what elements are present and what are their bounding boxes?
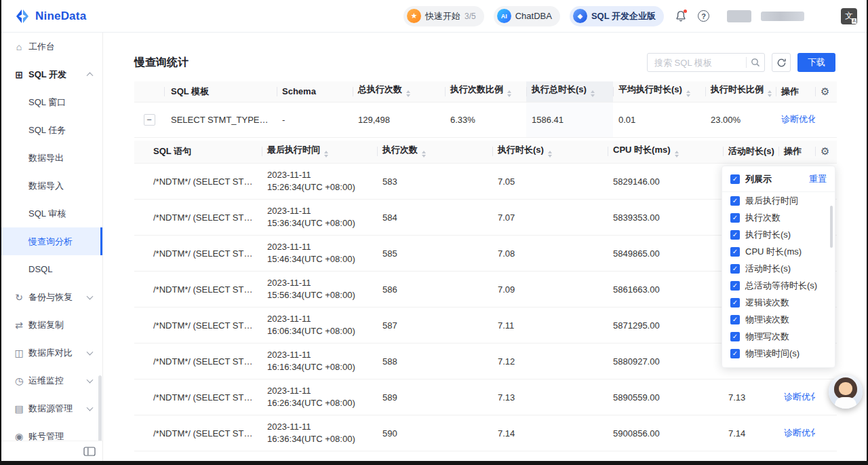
notification-bell-icon[interactable]	[673, 9, 688, 24]
diagnose-optimize-link[interactable]: 诊断优化	[784, 392, 815, 402]
checkbox-checked-icon[interactable]	[730, 332, 740, 341]
sidebar-item-sql-window[interactable]: SQL 窗口	[1, 88, 102, 116]
sort-icon[interactable]	[324, 149, 328, 160]
sidebar-item-label: SQL 开发	[28, 69, 66, 81]
sql-statement-cell: /*NDTM*/ (SELECT STMT_...	[134, 415, 262, 451]
data-replication-icon: ⇄	[14, 320, 24, 331]
sort-icon[interactable]	[406, 88, 410, 99]
checkbox-checked-icon[interactable]	[730, 196, 740, 206]
checkbox-checked-icon[interactable]	[730, 174, 740, 184]
exec-count-cell: 589	[377, 379, 492, 415]
sidebar-item-sql-dev[interactable]: ⊞ SQL 开发	[1, 60, 102, 88]
column-option[interactable]: 逻辑读次数	[722, 294, 835, 311]
sidebar-item-sql-review[interactable]: SQL 审核	[1, 200, 102, 227]
column-option[interactable]: 活动时长(s)	[722, 260, 835, 277]
sort-icon[interactable]	[422, 149, 426, 160]
sql-statement-cell: /*NDTM*/ (SELECT STMT_...	[134, 308, 262, 343]
search-input[interactable]	[647, 53, 765, 72]
column-option-list: 最后执行时间 执行次数 执行时长(s)	[722, 192, 835, 362]
sidebar-item-sql-task[interactable]: SQL 任务	[1, 116, 102, 144]
column-option[interactable]: 执行时长(s)	[722, 226, 835, 243]
sidebar-item-datasource-mgmt[interactable]: ▤ 数据源管理	[1, 394, 102, 422]
sidebar-item-data-import[interactable]: 数据导入	[1, 172, 102, 200]
settings-gear-icon[interactable]: ⚙	[821, 145, 829, 157]
sidebar-item-label: 数据复制	[28, 319, 64, 331]
col-total-duration: 执行总时长(s)	[526, 81, 613, 102]
sidebar-item-workbench[interactable]: ⌂ 工作台	[1, 33, 102, 60]
exec-duration-cell: 7.15	[492, 451, 608, 462]
last-exec-time-cell: 2023-11-1116:36:34(UTC +08:00)	[262, 415, 377, 451]
sidebar-item-backup-restore[interactable]: ↻ 备份与恢复	[1, 283, 102, 311]
column-option[interactable]: 物理写次数	[722, 328, 835, 345]
column-option[interactable]: 物理读时间(s)	[722, 345, 835, 362]
sidebar-item-data-replication[interactable]: ⇄ 数据复制	[1, 311, 102, 339]
notification-dot	[684, 10, 687, 13]
checkbox-checked-icon[interactable]	[730, 230, 740, 240]
column-option[interactable]: 总活动等待时长(s)	[722, 277, 835, 294]
checkbox-checked-icon[interactable]	[730, 213, 740, 223]
diagnose-optimize-link[interactable]: 诊断优化	[781, 114, 815, 124]
quick-start-pill[interactable]: ★ 快速开始 3/5	[403, 6, 484, 26]
logo-icon	[14, 7, 31, 25]
sidebar-item-label: 数据库对比	[28, 347, 73, 359]
checkbox-checked-icon[interactable]	[730, 264, 740, 274]
exec-duration-cell: 7.13	[492, 379, 608, 415]
backup-restore-icon: ↻	[14, 292, 24, 303]
column-display-title: 列展示	[745, 173, 772, 185]
exec-count-cell: 587	[377, 308, 492, 343]
column-option[interactable]: CPU 时长(ms)	[722, 243, 835, 260]
redacted-account-block	[727, 10, 751, 22]
checkbox-checked-icon[interactable]	[730, 298, 740, 308]
sort-icon[interactable]	[591, 88, 595, 99]
reset-columns-link[interactable]: 重置	[809, 173, 827, 185]
column-option[interactable]: 执行次数	[722, 209, 835, 226]
dropdown-scrollbar[interactable]	[830, 206, 833, 248]
column-option[interactable]: 最后执行时间	[722, 192, 835, 209]
help-icon[interactable]: ?	[698, 10, 709, 22]
exec-duration-cell: 7.11	[492, 308, 608, 343]
checkbox-checked-icon[interactable]	[730, 281, 740, 291]
sidebar-item-label: 数据导出	[28, 152, 64, 164]
sort-icon[interactable]	[548, 149, 552, 160]
sort-icon[interactable]	[686, 88, 690, 99]
refresh-icon	[776, 58, 787, 68]
download-button[interactable]: 下载	[797, 53, 835, 72]
active-time-cell: 7.13	[723, 379, 778, 415]
refresh-button[interactable]	[772, 53, 791, 72]
collapse-sidebar-icon[interactable]	[83, 447, 96, 456]
sidebar-item-dsql[interactable]: DSQL	[1, 255, 102, 283]
edition-pill[interactable]: ◆ SQL 开发企业版	[570, 6, 664, 26]
cpu-time-cell: 5861663.00	[608, 272, 723, 308]
sidebar-item-data-export[interactable]: 数据导出	[1, 144, 102, 172]
collapse-row-button[interactable]	[144, 114, 155, 126]
sort-icon[interactable]	[768, 88, 772, 99]
sidebar-item-label: 工作台	[28, 41, 55, 53]
ninedata-logo[interactable]: NineData	[14, 7, 86, 25]
checkbox-checked-icon[interactable]	[730, 349, 740, 358]
sidebar-item-label: 数据源管理	[28, 403, 73, 415]
quick-start-label: 快速开始	[425, 10, 460, 22]
column-option-label: 逻辑读次数	[745, 297, 789, 309]
col-exec-duration: 执行时长(s)	[492, 141, 608, 164]
diagnose-optimize-link[interactable]: 诊断优化	[784, 428, 815, 438]
sidebar-scrollbar[interactable]	[98, 375, 102, 443]
translate-extension-icon[interactable]: 文 A	[841, 8, 857, 24]
column-option-label: 最后执行时间	[745, 195, 798, 207]
sidebar-item-db-compare[interactable]: ◫ 数据库对比	[1, 339, 102, 367]
col-exec-count: 执行次数	[377, 141, 492, 164]
settings-gear-icon[interactable]: ⚙	[821, 86, 829, 97]
sidebar-item-ops-monitor[interactable]: ◷ 运维监控	[1, 367, 102, 394]
chatdba-pill[interactable]: AI ChatDBA	[494, 6, 560, 26]
column-option[interactable]: 物理读次数	[722, 311, 835, 328]
support-avatar[interactable]	[829, 375, 863, 409]
sort-icon[interactable]	[507, 88, 511, 99]
sql-statement-cell: /*NDTM*/ (SELECT STMT_...	[134, 451, 262, 462]
search-box	[647, 53, 765, 72]
column-option-label: CPU 时长(ms)	[745, 246, 802, 258]
checkbox-checked-icon[interactable]	[730, 247, 740, 257]
checkbox-checked-icon[interactable]	[730, 315, 740, 324]
sidebar-item-slow-query-analysis[interactable]: 慢查询分析	[1, 227, 102, 255]
sql-dev-icon: ⊞	[14, 69, 24, 80]
sort-icon[interactable]	[675, 149, 679, 160]
search-icon[interactable]	[751, 58, 760, 67]
